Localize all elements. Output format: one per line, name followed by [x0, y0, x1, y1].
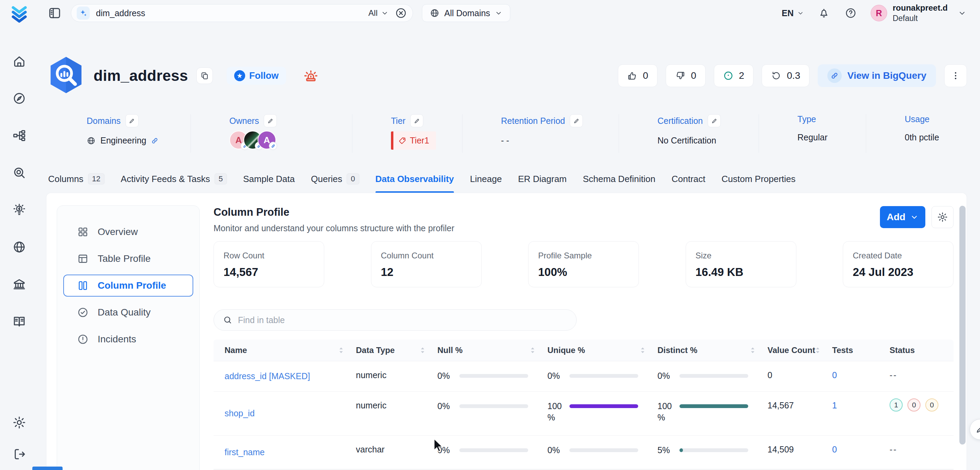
column-header-data-type[interactable]: Data Type: [356, 346, 438, 355]
language-dropdown[interactable]: EN: [781, 8, 804, 18]
sidebar-item-data-quality[interactable]: Data Quality: [63, 301, 193, 323]
owner-avatars[interactable]: AA: [229, 131, 352, 149]
more-actions-button[interactable]: [944, 64, 967, 87]
tab-label: Columns: [48, 174, 84, 185]
profiler-settings-button[interactable]: [932, 206, 953, 228]
tab-queries[interactable]: Queries0: [311, 172, 359, 193]
tab-contract[interactable]: Contract: [671, 172, 705, 193]
tab-data-observability[interactable]: Data Observability: [375, 172, 454, 193]
copy-name-button[interactable]: [196, 67, 213, 84]
glossary-icon[interactable]: [13, 314, 26, 328]
tab-label: Sample Data: [243, 174, 295, 185]
tab-sample-data[interactable]: Sample Data: [243, 172, 295, 193]
unique-percent-cell: 0%: [547, 361, 657, 382]
edit-owners-button[interactable]: [264, 114, 277, 127]
usage-section: Usage 0th pctile: [866, 114, 953, 153]
lineage-icon[interactable]: [13, 129, 26, 142]
edge-floating-button[interactable]: [970, 419, 980, 440]
user-menu[interactable]: R rounakpreet.d Default: [871, 3, 966, 23]
app-logo[interactable]: [9, 5, 29, 25]
follow-button[interactable]: ★ Follow: [227, 67, 286, 84]
clear-search-icon[interactable]: [395, 7, 407, 19]
owners-section: Owners AA: [191, 114, 352, 153]
tab-lineage[interactable]: Lineage: [470, 172, 502, 193]
column-name-link[interactable]: address_id [MASKED]: [213, 371, 356, 381]
search-input[interactable]: [96, 8, 362, 18]
column-header-distinct[interactable]: Distinct %: [657, 346, 767, 355]
chevron-down-icon: [797, 10, 804, 16]
vertical-scrollbar[interactable]: [959, 206, 966, 445]
domains-value[interactable]: Engineering: [100, 135, 146, 145]
tier-label: Tier: [391, 116, 406, 126]
column-header-name[interactable]: Name: [213, 346, 356, 355]
add-button[interactable]: Add: [880, 206, 925, 228]
column-header-null[interactable]: Null %: [438, 346, 547, 355]
notifications-bell-icon[interactable]: [817, 6, 831, 20]
version-history-icon: [771, 70, 781, 81]
value-count-cell: 14,509: [767, 436, 832, 454]
tab-label: Schema Definition: [583, 174, 655, 185]
sidebar-item-column-profile[interactable]: Column Profile: [63, 274, 193, 296]
value-count-cell: 14,567: [767, 392, 832, 411]
card-value: 24 Jul 2023: [853, 266, 943, 279]
edit-retention-button[interactable]: [570, 114, 583, 127]
tab-label: Contract: [671, 174, 705, 185]
logout-icon[interactable]: [13, 447, 26, 461]
sidebar-item-incidents[interactable]: Incidents: [63, 328, 193, 350]
column-name-link[interactable]: first_name: [213, 447, 356, 457]
observability-icon[interactable]: [13, 166, 26, 180]
tests-link[interactable]: 1: [832, 400, 837, 410]
downvote-button[interactable]: 0: [666, 64, 706, 87]
column-profile-table: NameData TypeNull %Unique %Distinct %Val…: [213, 339, 953, 470]
table-search[interactable]: [213, 309, 577, 331]
edit-domains-button[interactable]: [126, 114, 138, 127]
column-name-link[interactable]: shop_id: [213, 408, 356, 418]
status-badge-aborted: 0: [925, 398, 939, 411]
column-header-value-count[interactable]: Value Count: [767, 346, 832, 355]
tab-label: Lineage: [470, 174, 502, 185]
explore-icon[interactable]: [13, 91, 26, 105]
find-in-table-input[interactable]: [238, 315, 567, 325]
tab-schema-definition[interactable]: Schema Definition: [583, 172, 655, 193]
summary-card-created-date: Created Date24 Jul 2023: [843, 241, 953, 287]
sidebar-item-table-profile[interactable]: Table Profile: [63, 248, 193, 270]
summary-cards: Row Count14,567Column Count12Profile Sam…: [213, 241, 953, 287]
owners-label: Owners: [229, 116, 259, 126]
domains-icon[interactable]: [13, 240, 26, 254]
globe-icon: [430, 8, 439, 18]
help-icon[interactable]: [844, 6, 858, 20]
card-label: Profile Sample: [538, 251, 629, 260]
version-button[interactable]: 0.3: [762, 64, 810, 87]
tab-custom-properties[interactable]: Custom Properties: [721, 172, 795, 193]
edit-certification-button[interactable]: [708, 114, 721, 127]
home-icon[interactable]: [13, 54, 26, 68]
owner-avatar[interactable]: A: [258, 131, 276, 149]
edit-tier-button[interactable]: [410, 114, 423, 127]
govern-icon[interactable]: [13, 277, 26, 291]
upvote-button[interactable]: 0: [618, 64, 658, 87]
view-in-bigquery-button[interactable]: View in BigQuery: [818, 64, 936, 87]
status-empty: --: [889, 370, 897, 380]
announcement-siren-icon[interactable]: [302, 67, 320, 84]
search-scope-dropdown[interactable]: All: [368, 8, 388, 18]
sidebar-item-overview[interactable]: Overview: [63, 221, 193, 243]
tests-link[interactable]: 0: [832, 445, 837, 454]
tab-er-diagram[interactable]: ER Diagram: [518, 172, 567, 193]
tests-cell: 0: [832, 361, 889, 380]
column-header-unique[interactable]: Unique %: [547, 346, 657, 355]
followers-button[interactable]: 2: [714, 64, 754, 87]
tab-count-badge: 12: [88, 174, 105, 185]
tests-link[interactable]: 0: [832, 370, 837, 380]
sidebar-toggle-icon[interactable]: [48, 6, 62, 20]
link-icon: [151, 137, 159, 145]
global-search[interactable]: All: [71, 4, 413, 22]
status-cell: 100: [889, 392, 953, 435]
tab-activity-feeds-tasks[interactable]: Activity Feeds & Tasks5: [121, 172, 227, 193]
settings-icon[interactable]: [13, 416, 26, 429]
distinct-percent-value: 100 %: [657, 400, 679, 423]
tab-columns[interactable]: Columns12: [48, 172, 105, 193]
tier-badge[interactable]: Tier1: [391, 131, 436, 150]
insights-icon[interactable]: [13, 203, 26, 217]
all-domains-filter[interactable]: All Domains: [422, 4, 510, 22]
star-icon: ★: [234, 70, 245, 81]
